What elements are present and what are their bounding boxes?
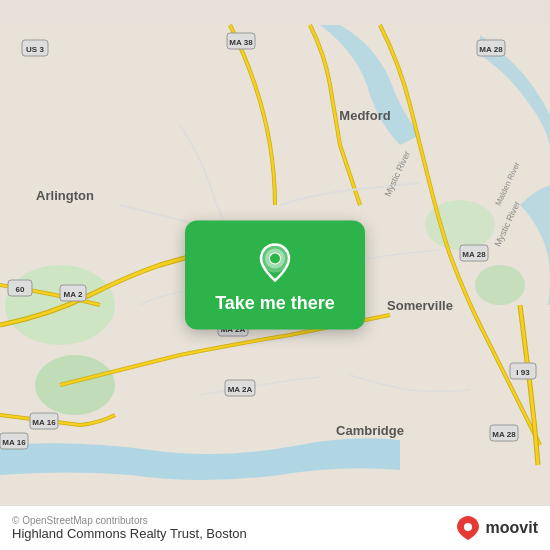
svg-text:MA 2A: MA 2A bbox=[228, 385, 253, 394]
svg-text:Cambridge: Cambridge bbox=[336, 423, 404, 438]
svg-text:MA 28: MA 28 bbox=[492, 430, 516, 439]
take-me-there-label: Take me there bbox=[215, 293, 335, 314]
svg-text:I 93: I 93 bbox=[516, 368, 530, 377]
map-container: US 3 MA 38 MA 28 MA 28 MA 28 60 MA 2 MA … bbox=[0, 0, 550, 550]
svg-text:Somerville: Somerville bbox=[387, 298, 453, 313]
moovit-text: moovit bbox=[486, 519, 538, 537]
svg-point-2 bbox=[35, 355, 115, 415]
svg-text:MA 28: MA 28 bbox=[462, 250, 486, 259]
location-label: Highland Commons Realty Trust, Boston bbox=[12, 526, 247, 541]
svg-text:MA 16: MA 16 bbox=[32, 418, 56, 427]
bottom-bar: © OpenStreetMap contributors Highland Co… bbox=[0, 505, 550, 550]
svg-text:Arlington: Arlington bbox=[36, 188, 94, 203]
location-pin-icon bbox=[253, 241, 297, 285]
copyright-text: © OpenStreetMap contributors bbox=[12, 515, 247, 526]
svg-point-39 bbox=[270, 254, 280, 264]
take-me-there-button[interactable]: Take me there bbox=[185, 221, 365, 330]
svg-text:US 3: US 3 bbox=[26, 45, 44, 54]
svg-text:60: 60 bbox=[16, 285, 25, 294]
svg-point-4 bbox=[475, 265, 525, 305]
svg-text:MA 2: MA 2 bbox=[64, 290, 83, 299]
moovit-icon bbox=[454, 514, 482, 542]
take-me-there-card[interactable]: Take me there bbox=[185, 221, 365, 330]
moovit-logo: moovit bbox=[454, 514, 538, 542]
svg-text:MA 38: MA 38 bbox=[229, 38, 253, 47]
bottom-left-section: © OpenStreetMap contributors Highland Co… bbox=[12, 515, 247, 541]
svg-text:MA 28: MA 28 bbox=[479, 45, 503, 54]
svg-point-40 bbox=[464, 523, 472, 531]
svg-text:MA 16: MA 16 bbox=[2, 438, 26, 447]
svg-text:Medford: Medford bbox=[339, 108, 390, 123]
